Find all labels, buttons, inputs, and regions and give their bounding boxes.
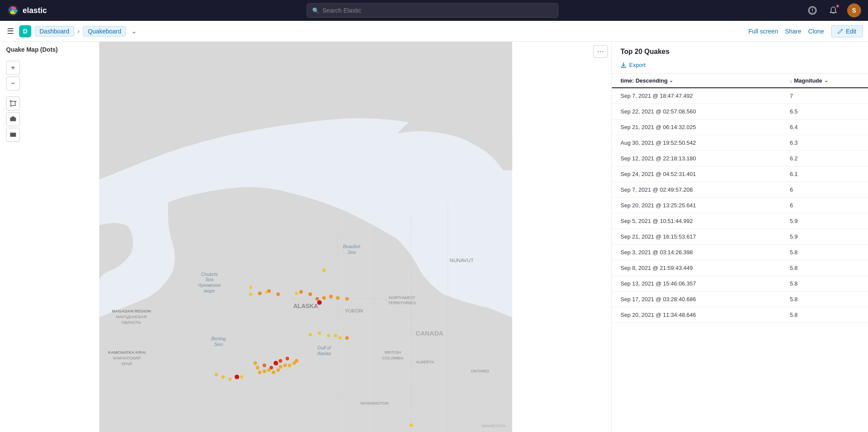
svg-text:КРАЙ: КРАЙ [122,361,132,366]
row-magnitude: 5.9 [790,233,859,240]
svg-point-77 [279,365,282,369]
table-row[interactable]: Sep 8, 2021 @ 21:59:43.449 5.8 [612,260,868,276]
row-time: Sep 21, 2021 @ 06:14:32.025 [620,124,790,130]
breadcrumb-separator: › [78,28,80,35]
row-time: Sep 7, 2021 @ 02:49:57.208 [620,186,790,193]
svg-marker-16 [10,116,16,121]
alert-icon [808,6,817,15]
map-options-button[interactable]: ⋯ [593,45,608,58]
svg-text:Bering: Bering [211,336,226,341]
map-visualization[interactable]: Chukchi Sea Чукомское море Beaufort Sea … [0,42,611,432]
svg-point-88 [221,376,224,379]
row-magnitude: 5.8 [790,280,859,287]
table-row[interactable]: Sep 3, 2021 @ 03:14:26.398 5.8 [612,245,868,260]
map-panel: Quake Map (Dots) ⋯ + − [0,42,612,432]
table-row[interactable]: Aug 30, 2021 @ 19:52:50.542 6.3 [612,135,868,151]
svg-text:МАГАДАНСКАЯ: МАГАДАНСКАЯ [116,314,147,319]
search-placeholder: Search Elastic [323,7,361,14]
table-header: Top 20 Quakes Export [612,42,868,74]
svg-point-90 [295,292,298,295]
table-row[interactable]: Sep 5, 2021 @ 10:51:44.992 5.9 [612,213,868,229]
share-button[interactable]: Share [785,28,801,35]
fullscreen-button[interactable]: Full screen [748,28,778,35]
edit-pencil-icon [838,28,843,34]
map-controls: + − [6,61,20,142]
svg-point-66 [329,295,333,298]
table-body: Sep 7, 2021 @ 18:47:47.492 7 Sep 22, 202… [612,88,868,432]
col-magnitude-header[interactable]: ↓ Magnitude ⌄ [790,77,859,84]
rectangle-icon [10,131,17,138]
svg-point-61 [276,292,280,296]
svg-point-69 [345,336,349,339]
alert-icon-btn[interactable] [805,3,819,17]
table-row[interactable]: Sep 17, 2021 @ 03:28:40.686 5.8 [612,292,868,307]
export-button[interactable]: Export [620,60,646,70]
svg-text:CANADA: CANADA [416,330,443,337]
breadcrumb-d[interactable]: D [19,25,31,37]
table-row[interactable]: Sep 21, 2021 @ 16:15:53.617 5.9 [612,229,868,245]
crop-tool-button[interactable] [6,96,20,110]
polygon-icon [10,116,17,123]
bell-icon-btn[interactable] [826,3,840,17]
svg-point-89 [215,373,218,376]
row-time: Sep 12, 2021 @ 22:18:13.180 [620,155,790,162]
search-bar[interactable]: 🔍 Search Elastic [307,3,558,18]
svg-rect-11 [11,101,15,106]
svg-text:ОБЛАСТЬ: ОБЛАСТЬ [122,320,141,325]
svg-point-58 [263,364,266,367]
edit-button[interactable]: Edit [831,25,863,37]
row-magnitude: 7 [790,93,859,99]
clone-button[interactable]: Clone [808,28,824,35]
svg-text:ALASKA: ALASKA [293,303,318,309]
table-row[interactable]: Sep 12, 2021 @ 22:18:13.180 6.2 [612,151,868,166]
svg-text:NORTHWEST: NORTHWEST [389,295,415,300]
col-magnitude-label: Magnitude [794,77,822,84]
svg-point-74 [267,368,271,372]
svg-point-85 [249,286,252,289]
edit-label: Edit [846,28,856,35]
svg-point-91 [309,333,312,336]
table-row[interactable]: Sep 13, 2021 @ 15:46:06.357 5.8 [612,276,868,292]
svg-point-78 [283,364,287,367]
breadcrumb-dashboard[interactable]: Dashboard [35,26,74,37]
table-row[interactable]: Sep 7, 2021 @ 02:49:57.208 6 [612,182,868,198]
svg-point-83 [265,290,268,293]
table-row[interactable]: Sep 7, 2021 @ 18:47:47.492 7 [612,88,868,104]
svg-point-73 [263,369,266,373]
col-time-header[interactable]: time: Descending ⌄ [620,77,790,84]
zoom-out-button[interactable]: − [6,76,20,90]
table-title: Top 20 Quakes [620,48,859,56]
table-row[interactable]: Sep 21, 2021 @ 06:14:32.025 6.4 [612,120,868,135]
table-row[interactable]: Sep 24, 2021 @ 04:52:31.401 6.1 [612,166,868,182]
user-avatar[interactable]: S [847,3,861,17]
row-magnitude: 5.8 [790,265,859,271]
polygon-tool-button[interactable] [6,112,20,126]
secondary-navigation: ☰ D Dashboard › Quakeboard ⌄ Full screen… [0,21,868,42]
row-time: Sep 3, 2021 @ 03:14:26.398 [620,249,790,256]
breadcrumb-chevron[interactable]: ⌄ [129,27,139,35]
svg-point-84 [249,292,252,296]
menu-toggle-button[interactable]: ☰ [5,25,16,38]
row-time: Sep 7, 2021 @ 18:47:47.492 [620,93,790,99]
table-row[interactable]: Sep 22, 2021 @ 02:57:08.560 6.5 [612,104,868,120]
table-row[interactable]: Sep 20, 2021 @ 13:25:25.641 6 [612,198,868,213]
svg-point-76 [276,368,280,372]
svg-point-52 [317,300,322,305]
elastic-logo[interactable]: elastic [7,4,59,17]
export-label: Export [629,62,646,68]
row-magnitude: 6.3 [790,140,859,146]
notification-badge [836,4,839,8]
svg-point-62 [299,290,303,294]
svg-text:MINNESOTA: MINNESOTA [482,423,506,428]
table-row[interactable]: Sep 20, 2021 @ 11:34:48.646 5.8 [612,307,868,323]
breadcrumb-quakeboard[interactable]: Quakeboard [83,26,126,37]
zoom-in-button[interactable]: + [6,61,20,75]
svg-text:Chukchi: Chukchi [201,272,218,277]
row-time: Sep 20, 2021 @ 11:34:48.646 [620,312,790,318]
table-panel: Top 20 Quakes Export time: Descending ⌄ … [612,42,868,432]
row-magnitude: 5.9 [790,218,859,224]
rectangle-tool-button[interactable] [6,128,20,142]
svg-text:море: море [204,288,215,293]
svg-point-81 [295,359,298,362]
svg-point-94 [334,334,337,337]
